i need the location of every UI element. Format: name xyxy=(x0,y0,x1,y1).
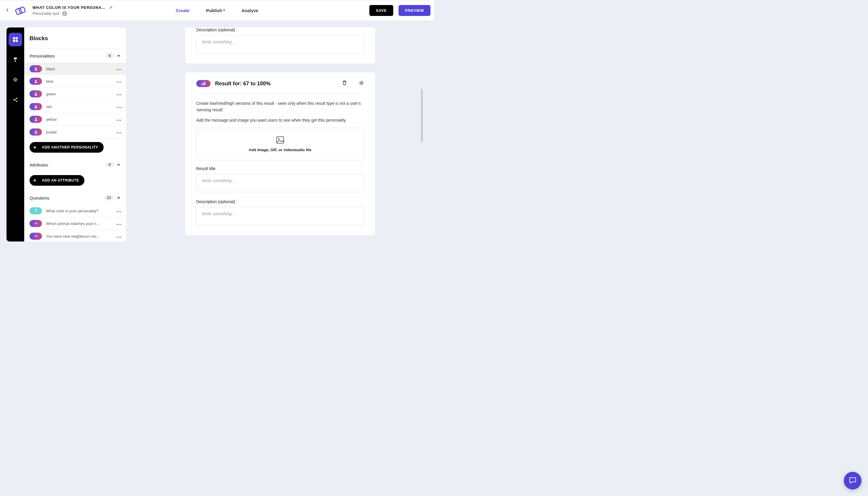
section-attributes-header[interactable]: Attributes 0 xyxy=(24,158,126,172)
personality-item-black[interactable]: black xyxy=(24,63,126,75)
item-menu-icon[interactable] xyxy=(115,207,123,215)
question-item[interactable]: Which animal matches your n… xyxy=(24,217,126,230)
description-input[interactable] xyxy=(196,207,364,225)
personality-item-red[interactable]: red xyxy=(24,100,126,113)
svg-point-19 xyxy=(35,92,36,94)
back-chevron-icon[interactable] xyxy=(5,7,10,14)
svg-rect-39 xyxy=(35,222,37,223)
personality-item-blue[interactable]: blue xyxy=(24,75,126,88)
svg-point-35 xyxy=(117,212,118,212)
app-logo[interactable] xyxy=(13,5,28,16)
page-title: WHAT COLOR IS YOUR PERSONALI… xyxy=(32,5,106,10)
svg-point-25 xyxy=(119,107,120,108)
rail-blocks-icon[interactable] xyxy=(9,33,22,46)
svg-point-30 xyxy=(121,120,121,121)
add-personality-label: ADD ANOTHER PERSONALITY xyxy=(42,145,98,150)
svg-rect-46 xyxy=(35,235,37,236)
rail-paint-icon[interactable] xyxy=(9,53,22,66)
svg-point-16 xyxy=(117,82,118,83)
item-menu-icon[interactable] xyxy=(115,220,123,227)
item-menu-icon[interactable] xyxy=(115,77,123,85)
personality-label: yellow xyxy=(46,117,111,122)
section-personalities-count: 6 xyxy=(106,53,114,59)
item-menu-icon[interactable] xyxy=(115,128,123,136)
svg-point-34 xyxy=(121,133,121,134)
result-card: Result for: 67 to 100% Create low/med/hi… xyxy=(185,72,375,235)
panel-title: Blocks xyxy=(24,28,126,49)
item-menu-icon[interactable] xyxy=(115,103,123,110)
svg-rect-38 xyxy=(34,222,35,223)
svg-point-27 xyxy=(35,118,36,119)
svg-point-51 xyxy=(121,237,121,238)
add-personality-button[interactable]: ADD ANOTHER PERSONALITY xyxy=(30,142,104,153)
personality-item-purple[interactable]: purple xyxy=(24,126,126,138)
nav-create[interactable]: Create xyxy=(176,8,189,13)
blocks-panel: Blocks Personalities 6 black blue green xyxy=(24,28,126,242)
preview-button[interactable]: PREVIEW xyxy=(399,5,431,16)
rail-settings-icon[interactable] xyxy=(9,73,22,87)
description-input[interactable] xyxy=(196,35,364,53)
personality-label: red xyxy=(46,105,111,109)
section-attributes-count: 0 xyxy=(106,162,114,167)
nav-analyze[interactable]: Analyze xyxy=(242,8,258,13)
image-icon xyxy=(276,136,284,145)
item-menu-icon[interactable] xyxy=(115,115,123,123)
edit-title-icon[interactable] xyxy=(109,5,113,10)
svg-point-37 xyxy=(121,212,121,212)
scrollbar-thumb[interactable] xyxy=(421,89,423,142)
info-icon[interactable]: i xyxy=(62,11,67,16)
svg-point-31 xyxy=(35,130,36,132)
rail-share-icon[interactable] xyxy=(9,93,22,107)
question-item[interactable]: T What color is your personality? xyxy=(24,205,126,217)
svg-rect-53 xyxy=(203,83,204,85)
delete-icon[interactable] xyxy=(342,80,347,87)
item-menu-icon[interactable] xyxy=(115,65,123,73)
svg-point-9 xyxy=(16,98,17,99)
add-attribute-button[interactable]: ADD AN ATTRIBUTE xyxy=(30,175,84,186)
svg-point-55 xyxy=(360,82,362,84)
result-range-icon xyxy=(196,80,211,87)
save-button[interactable]: SAVE xyxy=(369,5,393,16)
nav-publish[interactable]: Publish * xyxy=(206,8,225,13)
item-menu-icon[interactable] xyxy=(115,90,123,98)
result-info-1: Create low/med/high versions of this res… xyxy=(196,100,364,113)
header-left: WHAT COLOR IS YOUR PERSONALI… Personalit… xyxy=(5,5,113,16)
add-attribute-label: ADD AN ATTRIBUTE xyxy=(42,178,79,183)
svg-rect-48 xyxy=(35,236,37,237)
svg-rect-40 xyxy=(34,223,35,224)
result-info-2: Add the message and image you want users… xyxy=(196,117,364,124)
svg-rect-3 xyxy=(16,37,18,39)
question-item[interactable]: You have new neighbours mo… xyxy=(24,230,126,242)
svg-point-10 xyxy=(16,101,17,102)
svg-point-22 xyxy=(121,94,121,95)
svg-point-11 xyxy=(35,67,36,69)
personality-label: green xyxy=(46,92,111,96)
result-title: Result for: 67 to 100% xyxy=(215,81,338,87)
section-questions-header[interactable]: Questions 13 xyxy=(24,191,126,205)
description-label: Description (optional) xyxy=(196,28,364,32)
image-drop-zone[interactable]: Add image, GIF, or video/audio file xyxy=(196,128,364,160)
settings-icon[interactable] xyxy=(359,80,364,87)
svg-rect-41 xyxy=(35,223,37,224)
section-questions-count: 13 xyxy=(104,195,114,200)
svg-point-33 xyxy=(119,133,120,134)
personality-item-yellow[interactable]: yellow xyxy=(24,113,126,125)
result-card-header: Result for: 67 to 100% xyxy=(196,80,364,94)
svg-point-7 xyxy=(14,79,16,81)
result-title-input[interactable] xyxy=(196,174,364,192)
svg-point-42 xyxy=(117,224,118,225)
svg-rect-54 xyxy=(204,82,205,85)
svg-point-23 xyxy=(35,105,36,107)
svg-rect-52 xyxy=(201,83,202,85)
svg-point-24 xyxy=(117,107,118,108)
svg-point-36 xyxy=(119,212,120,212)
svg-rect-56 xyxy=(277,137,284,143)
item-menu-icon[interactable] xyxy=(115,232,123,240)
svg-point-28 xyxy=(117,120,118,121)
svg-point-14 xyxy=(121,69,121,70)
svg-rect-5 xyxy=(16,40,18,42)
user-icon xyxy=(30,78,42,85)
section-personalities-header[interactable]: Personalities 6 xyxy=(24,49,126,63)
personality-item-green[interactable]: green xyxy=(24,88,126,100)
personality-label: black xyxy=(46,67,111,71)
